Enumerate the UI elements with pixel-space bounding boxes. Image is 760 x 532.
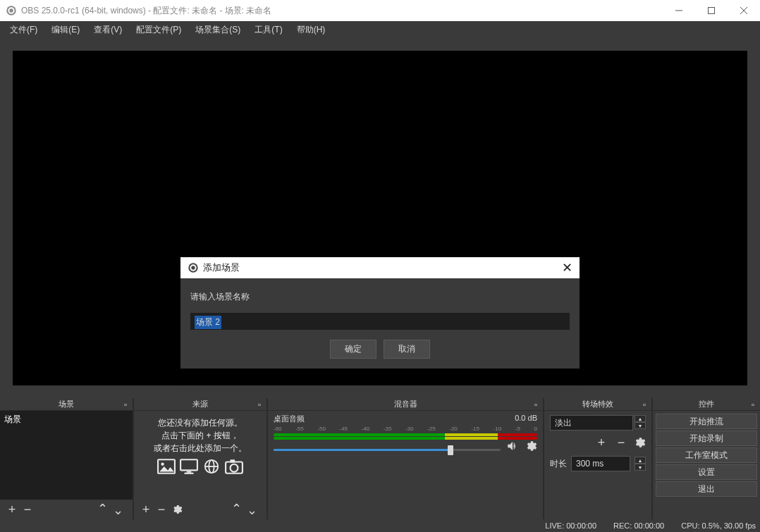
scenes-title: 场景 [59, 399, 74, 409]
svg-point-11 [161, 463, 164, 466]
add-transition-button[interactable]: + [594, 435, 609, 450]
add-scene-button[interactable]: + [4, 502, 20, 517]
minimize-button[interactable] [663, 0, 695, 21]
camera-icon [225, 459, 243, 474]
statusbar: LIVE: 00:00:00 REC: 00:00:00 CPU: 0.5%, … [0, 519, 760, 532]
mixer-scale: -60-55-50-45-40-35-30-25-20-15-10-50 [274, 426, 537, 432]
menu-scene-collection[interactable]: 场景集合(S) [188, 21, 247, 39]
status-live: LIVE: 00:00:00 [545, 521, 596, 530]
sources-empty-line: 您还没有添加任何源。 [141, 416, 259, 429]
menu-view[interactable]: 查看(V) [87, 21, 129, 39]
move-scene-down-button[interactable]: ⌄ [113, 502, 128, 518]
dock-float-icon[interactable]: ▫ [121, 400, 130, 409]
dialog-close-button[interactable]: ✕ [562, 260, 572, 276]
start-record-button[interactable]: 开始录制 [656, 431, 757, 446]
docks-row: 场景 ▫ 场景 + − ⌃ ⌄ 来源 ▫ 您还没有添加任何源。 点击下面的 + … [0, 398, 760, 519]
duration-input[interactable]: 300 ms [571, 456, 630, 471]
mixer-dock: 混音器 ▫ 桌面音频 0.0 dB -60-55-50-45-40-35-30-… [268, 398, 543, 519]
menu-tools[interactable]: 工具(T) [247, 21, 289, 39]
move-scene-up-button[interactable]: ⌃ [97, 501, 113, 516]
sources-title: 来源 [192, 399, 208, 409]
svg-rect-12 [180, 459, 197, 470]
transition-select[interactable]: 淡出 [550, 415, 633, 431]
dock-float-icon[interactable]: ▫ [255, 400, 264, 409]
scenes-list[interactable]: 场景 [0, 411, 133, 500]
remove-transition-button[interactable]: − [613, 435, 629, 450]
audio-meter [274, 433, 537, 436]
duration-label: 时长 [550, 458, 567, 470]
duration-up-button[interactable]: ▲ [635, 457, 646, 464]
source-settings-button[interactable] [169, 502, 185, 517]
remove-scene-button[interactable]: − [20, 502, 35, 517]
start-stream-button[interactable]: 开始推流 [656, 414, 757, 429]
settings-button[interactable]: 设置 [656, 464, 757, 480]
scene-name-input[interactable]: 场景 2 [190, 313, 570, 330]
gear-icon[interactable] [633, 436, 646, 449]
duration-down-button[interactable]: ▼ [635, 464, 646, 471]
cancel-button[interactable]: 取消 [384, 340, 430, 359]
exit-button[interactable]: 退出 [656, 481, 757, 497]
svg-rect-20 [231, 459, 235, 462]
svg-point-2 [9, 8, 13, 12]
menu-help[interactable]: 帮助(H) [290, 21, 333, 39]
move-source-down-button[interactable]: ⌄ [247, 502, 262, 518]
transition-down-icon[interactable]: ▼ [635, 422, 646, 429]
titlebar: OBS 25.0.0-rc1 (64-bit, windows) - 配置文件:… [0, 0, 760, 21]
window-title: OBS 25.0.0-rc1 (64-bit, windows) - 配置文件:… [21, 5, 663, 17]
dock-float-icon[interactable]: ▫ [532, 400, 540, 409]
svg-point-19 [231, 464, 238, 472]
transitions-dock: 转场特效 ▫ 淡出 ▲▼ + − 时长 300 ms ▲▼ [544, 398, 651, 519]
mixer-title: 混音器 [394, 399, 417, 409]
menubar: 文件(F) 编辑(E) 查看(V) 配置文件(P) 场景集合(S) 工具(T) … [0, 21, 760, 38]
scene-item[interactable]: 场景 [0, 411, 133, 428]
dialog-title: 添加场景 [203, 261, 240, 274]
studio-mode-button[interactable]: 工作室模式 [656, 447, 757, 463]
monitor-icon [180, 459, 198, 474]
menu-file[interactable]: 文件(F) [3, 21, 44, 39]
sources-empty-line: 点击下面的 + 按钮， [141, 429, 259, 442]
dialog-label: 请输入场景名称 [190, 291, 570, 303]
svg-point-9 [191, 266, 195, 269]
obs-logo-icon [188, 262, 199, 273]
dock-float-icon[interactable]: ▫ [640, 400, 649, 409]
scene-name-value: 场景 2 [195, 316, 221, 329]
ok-button[interactable]: 确定 [330, 340, 376, 359]
image-icon [157, 459, 176, 474]
maximize-button[interactable] [695, 0, 728, 21]
scenes-dock: 场景 ▫ 场景 + − ⌃ ⌄ [0, 398, 133, 519]
gear-icon[interactable] [525, 440, 537, 452]
mixer-db-value: 0.0 dB [515, 414, 537, 424]
preview-area: 添加场景 ✕ 请输入场景名称 场景 2 确定 取消 [0, 38, 760, 398]
transitions-title: 转场特效 [582, 399, 613, 409]
remove-source-button[interactable]: − [154, 502, 169, 517]
speaker-icon[interactable] [506, 440, 519, 452]
add-scene-dialog: 添加场景 ✕ 请输入场景名称 场景 2 确定 取消 [180, 257, 580, 369]
controls-dock: 控件 ▫ 开始推流 开始录制 工作室模式 设置 退出 [653, 398, 760, 519]
transition-up-icon[interactable]: ▲ [635, 415, 646, 422]
close-button[interactable] [728, 0, 760, 21]
menu-edit[interactable]: 编辑(E) [44, 21, 87, 39]
controls-title: 控件 [699, 399, 714, 409]
add-source-button[interactable]: + [138, 502, 154, 517]
sources-list[interactable]: 您还没有添加任何源。 点击下面的 + 按钮， 或者右击此处添加一个。 [134, 411, 266, 500]
volume-slider[interactable] [274, 449, 501, 451]
status-cpu: CPU: 0.5%, 30.00 fps [681, 521, 756, 530]
sources-empty-line: 或者右击此处添加一个。 [141, 442, 259, 454]
svg-rect-13 [187, 471, 192, 473]
menu-profile[interactable]: 配置文件(P) [129, 21, 188, 39]
dialog-titlebar[interactable]: 添加场景 ✕ [180, 257, 580, 278]
mixer-track-name: 桌面音频 [274, 414, 305, 424]
sources-dock: 来源 ▫ 您还没有添加任何源。 点击下面的 + 按钮， 或者右击此处添加一个。 … [134, 398, 266, 519]
move-source-up-button[interactable]: ⌃ [231, 501, 247, 516]
svg-rect-4 [709, 8, 715, 14]
svg-rect-14 [185, 473, 194, 474]
globe-icon [202, 459, 221, 474]
status-rec: REC: 00:00:00 [613, 521, 664, 530]
dock-float-icon[interactable]: ▫ [749, 400, 757, 409]
obs-logo-icon [6, 5, 17, 16]
